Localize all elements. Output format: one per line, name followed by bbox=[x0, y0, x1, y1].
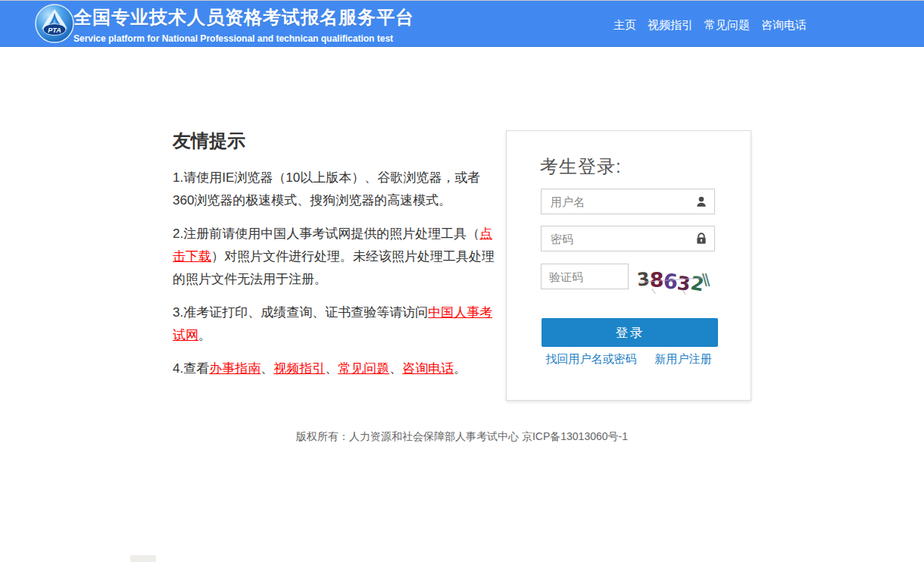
nav-video-guide-link[interactable]: 视频指引 bbox=[648, 18, 693, 33]
partially-visible-widget bbox=[130, 555, 156, 562]
candidate-login-panel: 考生登录: 38632\\ 登录 找回用户名或密码 bbox=[506, 130, 751, 401]
tip-2-text-post: ）对照片文件进行处理。未经该照片处理工具处理的照片文件无法用于注册。 bbox=[173, 249, 495, 286]
password-field-wrap bbox=[541, 226, 715, 251]
site-subtitle: Service platform for National Profession… bbox=[73, 33, 414, 44]
faq-link[interactable]: 常见问题 bbox=[338, 361, 389, 376]
service-guide-link[interactable]: 办事指南 bbox=[209, 361, 261, 376]
captcha-digit: 3 bbox=[636, 268, 651, 291]
tips-heading: 友情提示 bbox=[173, 129, 495, 153]
tip-photo-tool: 2.注册前请使用中国人事考试网提供的照片处理工具（点击下载）对照片文件进行处理。… bbox=[173, 223, 495, 291]
new-user-register-link[interactable]: 新用户注册 bbox=[655, 352, 712, 367]
site-title: 全国专业技术人员资格考试报名服务平台 bbox=[73, 5, 414, 30]
username-input[interactable] bbox=[541, 189, 715, 214]
tip-3-text-pre: 3.准考证打印、成绩查询、证书查验等请访问 bbox=[173, 305, 428, 320]
separator: 、 bbox=[261, 361, 273, 376]
separator: 、 bbox=[389, 361, 402, 376]
tip-more-guides: 4.查看办事指南、视频指引、常见问题、咨询电话。 bbox=[173, 357, 495, 380]
tip-3-text-post: 。 bbox=[198, 328, 211, 342]
separator: 、 bbox=[325, 361, 338, 376]
friendly-tips-section: 友情提示 1.请使用IE浏览器（10以上版本）、谷歌浏览器，或者360浏览器的极… bbox=[173, 129, 495, 391]
captcha-field-wrap bbox=[541, 264, 629, 289]
header-bar: PTA 全国专业技术人员资格考试报名服务平台 Service platform … bbox=[0, 0, 924, 47]
tip-1-text: 1.请使用IE浏览器（10以上版本）、谷歌浏览器，或者360浏览器的极速模式、搜… bbox=[173, 170, 480, 208]
pta-logo-icon: PTA bbox=[35, 4, 74, 43]
logo-text: PTA bbox=[48, 27, 61, 34]
header-nav: 主页 视频指引 常见问题 咨询电话 bbox=[613, 18, 807, 33]
captcha-image[interactable]: 38632\\ bbox=[637, 266, 719, 293]
tip-browser: 1.请使用IE浏览器（10以上版本）、谷歌浏览器，或者360浏览器的极速模式、搜… bbox=[173, 167, 495, 212]
tip-4-text-post: 。 bbox=[454, 361, 467, 376]
recover-account-link[interactable]: 找回用户名或密码 bbox=[546, 352, 637, 367]
hotline-link[interactable]: 咨询电话 bbox=[402, 361, 454, 376]
tip-2-text-pre: 2.注册前请使用中国人事考试网提供的照片处理工具（ bbox=[173, 226, 479, 241]
tip-4-text-pre: 4.查看 bbox=[173, 361, 209, 376]
tip-cpta-site: 3.准考证打印、成绩查询、证书查验等请访问中国人事考试网。 bbox=[173, 301, 495, 347]
nav-hotline-link[interactable]: 咨询电话 bbox=[761, 18, 807, 33]
password-input[interactable] bbox=[541, 226, 715, 251]
username-field-wrap bbox=[541, 189, 715, 214]
login-button[interactable]: 登录 bbox=[542, 318, 718, 347]
video-guide-link[interactable]: 视频指引 bbox=[273, 361, 325, 376]
login-helper-links: 找回用户名或密码 新用户注册 bbox=[507, 352, 751, 367]
nav-home-link[interactable]: 主页 bbox=[613, 18, 636, 33]
captcha-noise-marks: \\ bbox=[702, 270, 707, 291]
exam-registration-login-page: { "header": { "logo_text": "PTA", "title… bbox=[0, 0, 924, 562]
captcha-input[interactable] bbox=[541, 264, 629, 289]
header-titles: 全国专业技术人员资格考试报名服务平台 Service platform for … bbox=[73, 5, 414, 44]
login-heading: 考生登录: bbox=[540, 155, 622, 179]
copyright-footer: 版权所有：人力资源和社会保障部人事考试中心 京ICP备13013060号-1 bbox=[0, 430, 924, 444]
window-top-edge bbox=[0, 0, 924, 1]
nav-faq-link[interactable]: 常见问题 bbox=[704, 18, 750, 33]
